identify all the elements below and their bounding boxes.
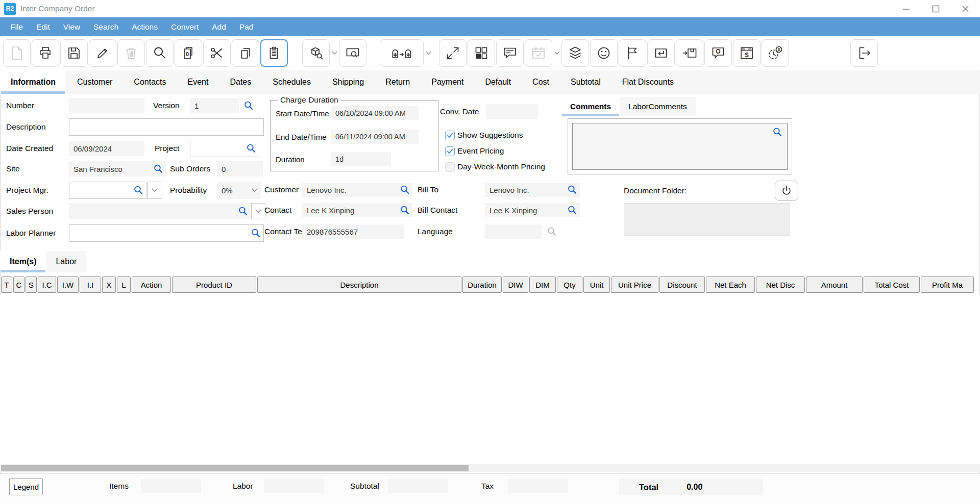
probability-select[interactable]: 0% [217,182,261,199]
tab-flat-discounts[interactable]: Flat Discounts [611,70,684,94]
menu-edit[interactable]: Edit [30,17,57,36]
toolbar-exit-button[interactable] [850,39,878,67]
column-net-each[interactable]: Net Each [706,276,755,293]
toolbar-print-button[interactable] [32,39,59,67]
menu-search[interactable]: Search [87,17,125,36]
toolbar-billing-clock-button[interactable]: $ [762,39,789,67]
bill-to-field[interactable]: Lenovo Inc. [485,183,580,197]
tab-default[interactable]: Default [474,70,522,94]
tab-customer[interactable]: Customer [66,70,123,94]
sales-person-dropdown[interactable] [251,203,265,219]
dropdown-chevron-icon[interactable] [331,39,338,67]
toolbar-invoice-button[interactable]: $ [733,39,761,67]
column-t[interactable]: T [1,276,12,293]
tab-laborcomments[interactable]: LaborComments [620,97,696,116]
tab-return[interactable]: Return [375,70,421,94]
version-field[interactable]: 1 [190,98,239,113]
tab-payment[interactable]: Payment [421,70,474,94]
maximize-button[interactable] [921,0,950,17]
contact-search-icon[interactable] [399,205,410,216]
toolbar-paste-button[interactable] [260,39,288,67]
column-i-i[interactable]: I.I [80,276,101,293]
column-i-c[interactable]: I.C [38,276,56,293]
toolbar-tile-view-button[interactable] [468,39,495,67]
tab-labor[interactable]: Labor [46,251,86,272]
tab-subtotal[interactable]: Subtotal [560,70,611,94]
end-datetime-field[interactable]: 06/11/2024 09:00 AM [331,130,419,144]
toolbar-flag-button[interactable] [619,39,646,67]
checked-checkbox-icon[interactable] [445,131,455,140]
bill-contact-field[interactable]: Lee K Xinping [485,203,580,217]
column-dim[interactable]: DIM [529,276,556,293]
legend-button[interactable]: Legend [9,478,43,495]
customer-field[interactable]: Lenovo Inc. [302,183,412,197]
menu-add[interactable]: Add [205,17,233,36]
conv-date-field[interactable] [486,104,538,119]
menu-actions[interactable]: Actions [125,17,164,36]
language-field[interactable] [485,224,542,239]
tab-shipping[interactable]: Shipping [322,70,375,94]
toolbar-new-document-button[interactable] [3,39,31,67]
site-field[interactable]: San Francisco [69,161,166,177]
menu-view[interactable]: View [57,17,87,36]
toolbar-product-search-button[interactable] [302,39,330,67]
number-field[interactable] [69,98,144,113]
checkbox-day-week-month-pricing[interactable]: Day-Week-Month Pricing [445,161,545,172]
close-button[interactable] [950,0,980,17]
menu-pad[interactable]: Pad [233,17,260,36]
scrollbar-thumb[interactable] [1,465,469,471]
sales-person-search-icon[interactable] [237,206,249,217]
toolbar-ship-order-button[interactable] [676,39,703,67]
items-table-body[interactable] [0,295,980,464]
tab-cost[interactable]: Cost [522,70,560,94]
column-amount[interactable]: Amount [806,276,863,293]
toolbar-layers-button[interactable] [561,39,589,67]
toolbar-site-transfer-button[interactable] [380,39,424,67]
checkbox-event-pricing[interactable]: Event Pricing [445,145,545,157]
column-discount[interactable]: Discount [659,276,705,293]
column-duration[interactable]: Duration [462,276,502,293]
menu-file[interactable]: File [4,17,30,36]
toolbar-quote-bubble-button[interactable]: O [704,39,732,67]
column-unit-price[interactable]: Unit Price [611,276,658,293]
contact-tel-field[interactable]: 209876555567 [302,224,404,239]
toolbar-delete-trash-button[interactable] [117,39,145,67]
column-qty[interactable]: Qty [557,276,582,293]
column-x[interactable]: X [102,276,116,293]
tab-comments[interactable]: Comments [561,97,620,116]
project-field[interactable] [190,140,259,157]
description-field[interactable] [69,118,264,136]
tab-dates[interactable]: Dates [219,70,262,94]
checked-checkbox-icon[interactable] [445,146,455,156]
toolbar-copy-button[interactable] [232,39,259,67]
contact-field[interactable]: Lee K Xinping [302,203,412,217]
column-s[interactable]: S [26,276,37,293]
site-search-icon[interactable] [153,163,164,174]
labor-planner-search-icon[interactable] [250,228,261,239]
toolbar-return-order-button[interactable] [647,39,675,67]
column-product-id[interactable]: Product ID [172,276,256,293]
tab-item-s[interactable]: Item(s) [0,251,46,272]
project-mgr-field[interactable] [69,182,146,199]
labor-planner-field[interactable] [69,224,264,242]
toolbar-copy-number-button[interactable]: 0 [175,39,202,67]
comments-textarea[interactable] [572,123,788,170]
column-net-disc[interactable]: Net Disc [756,276,805,293]
toolbar-screen-search-button[interactable] [339,39,366,67]
duration-field[interactable]: 1d [331,152,391,166]
tab-contacts[interactable]: Contacts [123,70,177,94]
column-i-w[interactable]: I.W [57,276,79,293]
version-search-icon[interactable] [243,100,254,111]
comments-search-icon[interactable] [772,127,783,138]
document-folder-button[interactable] [775,181,798,201]
tab-information[interactable]: Information [0,70,66,94]
dropdown-chevron-icon[interactable] [553,39,560,67]
project-mgr-dropdown[interactable] [147,182,162,199]
column-l[interactable]: L [117,276,131,293]
horizontal-scrollbar[interactable] [0,464,980,472]
column-diw[interactable]: DIW [503,276,528,293]
dropdown-chevron-icon[interactable] [425,39,432,67]
toolbar-calendar-check-button[interactable] [525,39,552,67]
toolbar-search-button[interactable] [146,39,174,67]
bill-contact-search-icon[interactable] [567,205,578,216]
